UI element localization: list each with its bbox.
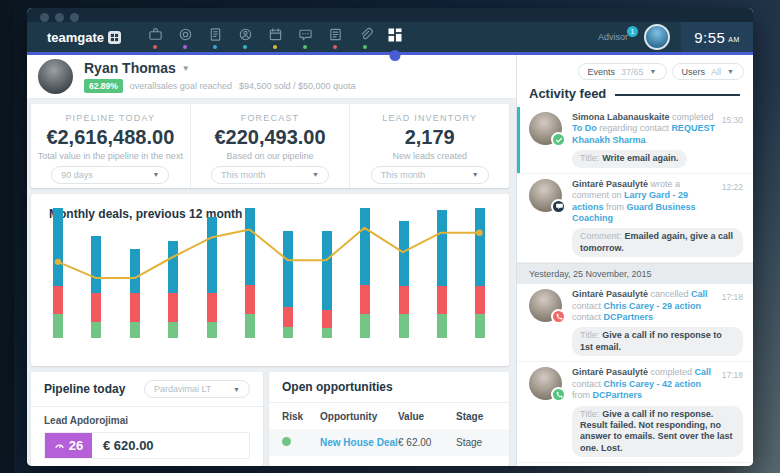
contacts-icon bbox=[208, 27, 223, 42]
profile-name-dropdown[interactable]: Ryan Thomas ▼ bbox=[84, 60, 356, 76]
metric-period-dropdown[interactable]: 90 days▼ bbox=[51, 166, 169, 184]
nav-item-dashboard[interactable] bbox=[385, 24, 405, 50]
feed-avatar bbox=[529, 112, 562, 145]
feed-item-text: Gintarė Pasaulytė wrote a comment on Lar… bbox=[572, 179, 743, 225]
activity-feed-panel: Events37/65▼UsersAll▼ Activity feed Simo… bbox=[516, 55, 753, 466]
phone-badge-icon bbox=[551, 309, 566, 324]
goal-text: overallsales goal reached bbox=[130, 81, 232, 91]
feed-item-time: 12:22 bbox=[722, 182, 743, 192]
feed-entity-link[interactable]: Call bbox=[691, 289, 708, 299]
target-icon bbox=[178, 27, 193, 42]
metric-pipeline-today: PIPELINE TODAY€2,616,488.00Total value i… bbox=[31, 104, 190, 188]
pipeline-filter-dropdown[interactable]: Pardavimai LT ▼ bbox=[144, 380, 250, 398]
profile-bar: Ryan Thomas ▼ 62.89% overallsales goal r… bbox=[27, 55, 516, 99]
nav-item-status-dot bbox=[243, 45, 247, 49]
window-control-dot[interactable] bbox=[55, 13, 64, 22]
calendar-icon bbox=[268, 27, 283, 42]
pipeline-card-body: Lead Apdorojimai 26 € 620.00 Sudaryti su… bbox=[31, 407, 263, 466]
nav-item-paperclip[interactable] bbox=[355, 24, 375, 50]
clock-am-pm: AM bbox=[728, 36, 740, 43]
note-label: Title: bbox=[580, 330, 599, 340]
metric-period-value: This month bbox=[221, 170, 266, 180]
nav-item-contacts[interactable] bbox=[205, 24, 225, 50]
risk-cell bbox=[282, 437, 320, 448]
feed-entity-link[interactable]: Call bbox=[695, 367, 712, 377]
dashboard-content: PIPELINE TODAY€2,616,488.00Total value i… bbox=[27, 99, 516, 466]
metric-subtitle: Total value in the pipeline in the next bbox=[38, 151, 183, 161]
feed-text-segment: completed bbox=[648, 367, 695, 377]
kpi-metrics-card: PIPELINE TODAY€2,616,488.00Total value i… bbox=[31, 104, 509, 188]
metric-period-dropdown[interactable]: This month▼ bbox=[371, 166, 489, 184]
feed-text-segment: completed bbox=[670, 112, 714, 122]
metric-lead-inventory: LEAD INVENTORY2,179New leads createdThis… bbox=[349, 104, 509, 188]
window-control-dot[interactable] bbox=[40, 13, 49, 22]
navbar-right: Advisor 1 9:55 AM bbox=[598, 22, 753, 52]
comment-badge-icon bbox=[551, 199, 566, 214]
opps-col-risk: Risk bbox=[282, 411, 320, 422]
value-cell: € 62.00 bbox=[398, 437, 456, 448]
feed-entity-link[interactable]: Chris Carey - 42 action bbox=[604, 379, 702, 389]
opps-col-value: Value bbox=[398, 411, 456, 422]
activity-feed-list: Simona Labanauskaite completed To Do reg… bbox=[517, 107, 753, 466]
feed-item[interactable]: Gintarė Pasaulytė cancelled Call contact… bbox=[517, 284, 753, 362]
metric-period-dropdown[interactable]: This month▼ bbox=[211, 166, 329, 184]
browser-window: teamgate Advisor 1 9:55 AM R bbox=[27, 8, 753, 466]
nav-item-chat[interactable] bbox=[295, 24, 315, 50]
note-label: Title: bbox=[580, 153, 599, 163]
metric-value: €2,616,488.00 bbox=[46, 126, 174, 149]
nav-item-briefcase[interactable] bbox=[145, 24, 165, 50]
open-opportunities-card: Open opportunities RiskOpportunityValueS… bbox=[269, 372, 509, 466]
feed-item[interactable]: Simona Labanauskaite completed To Do reg… bbox=[517, 107, 753, 174]
feed-entity-link[interactable]: DCPartners bbox=[604, 312, 654, 322]
gauge-icon bbox=[54, 440, 65, 451]
feed-item[interactable]: Simona Labanauskaite wrote a comment on … bbox=[517, 463, 753, 466]
feed-text-segment: Gintarė Pasaulytė bbox=[572, 179, 648, 189]
feed-text-segment: Simona Labanauskaite bbox=[572, 112, 670, 122]
dashboard-column: Ryan Thomas ▼ 62.89% overallsales goal r… bbox=[27, 55, 516, 466]
pipeline-stage-row[interactable]: 26 € 620.00 bbox=[44, 432, 250, 459]
metric-forecast: FORECAST€220,493.00Based on our pipeline… bbox=[190, 104, 350, 188]
monthly-deals-chart-card: Monthly deals, previous 12 month bbox=[31, 194, 509, 366]
nav-item-user[interactable] bbox=[235, 24, 255, 50]
window-control-dot[interactable] bbox=[70, 13, 79, 22]
opportunities-table-body: New House Deal€ 62.00Stage bbox=[269, 429, 509, 456]
feed-entity-link[interactable]: DCPartners bbox=[593, 390, 643, 400]
metric-subtitle: New leads created bbox=[392, 151, 467, 161]
chevron-down-icon: ▼ bbox=[727, 68, 734, 75]
feed-item-text: Gintarė Pasaulytė cancelled Call contact… bbox=[572, 289, 743, 323]
metric-period-value: 90 days bbox=[61, 170, 93, 180]
pipeline-stage-count-badge: 26 bbox=[45, 433, 92, 458]
feed-item-body: Gintarė Pasaulytė wrote a comment on Lar… bbox=[572, 179, 743, 258]
metric-title: PIPELINE TODAY bbox=[65, 113, 155, 123]
feed-date-separator: Yesterday, 25 November, 2015 bbox=[517, 263, 753, 284]
filter-value: 37/65 bbox=[621, 67, 644, 77]
nav-item-notes[interactable] bbox=[325, 24, 345, 50]
feed-entity-link[interactable]: To Do bbox=[572, 123, 597, 133]
user-avatar[interactable] bbox=[644, 24, 670, 50]
feed-entity-link[interactable]: Chris Carey - 29 action bbox=[604, 301, 702, 311]
opps-col-stage: Stage bbox=[456, 411, 496, 422]
feed-filter-events[interactable]: Events37/65▼ bbox=[578, 63, 667, 80]
profile-avatar[interactable] bbox=[38, 59, 73, 94]
pipeline-stage-count: 26 bbox=[69, 438, 83, 453]
quota-text: $94,500 sold / $50,000 quota bbox=[239, 81, 356, 91]
feed-note-pill: Comment:Emailed again, give a call tomor… bbox=[572, 228, 743, 257]
clock-panel: 9:55 AM bbox=[681, 22, 753, 52]
advisor-indicator[interactable]: Advisor 1 bbox=[598, 32, 628, 42]
feed-item[interactable]: Gintarė Pasaulytė completed Call contact… bbox=[517, 362, 753, 463]
nav-item-target[interactable] bbox=[175, 24, 195, 50]
feed-filter-users[interactable]: UsersAll▼ bbox=[672, 63, 744, 80]
profile-name: Ryan Thomas bbox=[84, 60, 176, 76]
feed-item[interactable]: Gintarė Pasaulytė wrote a comment on Lar… bbox=[517, 174, 753, 264]
opportunity-row[interactable]: New House Deal€ 62.00Stage bbox=[269, 429, 509, 456]
nav-item-status-dot bbox=[303, 45, 307, 49]
opportunity-link[interactable]: New House Deal bbox=[320, 437, 398, 448]
navbar-menu bbox=[145, 24, 405, 50]
teamgate-logo-text: teamgate bbox=[47, 30, 104, 45]
nav-item-status-dot bbox=[213, 45, 217, 49]
metric-title: LEAD INVENTORY bbox=[382, 113, 477, 123]
nav-item-calendar[interactable] bbox=[265, 24, 285, 50]
teamgate-logo[interactable]: teamgate bbox=[47, 30, 121, 45]
pipeline-card-title: Pipeline today bbox=[44, 382, 125, 396]
note-label: Comment: bbox=[580, 231, 622, 241]
